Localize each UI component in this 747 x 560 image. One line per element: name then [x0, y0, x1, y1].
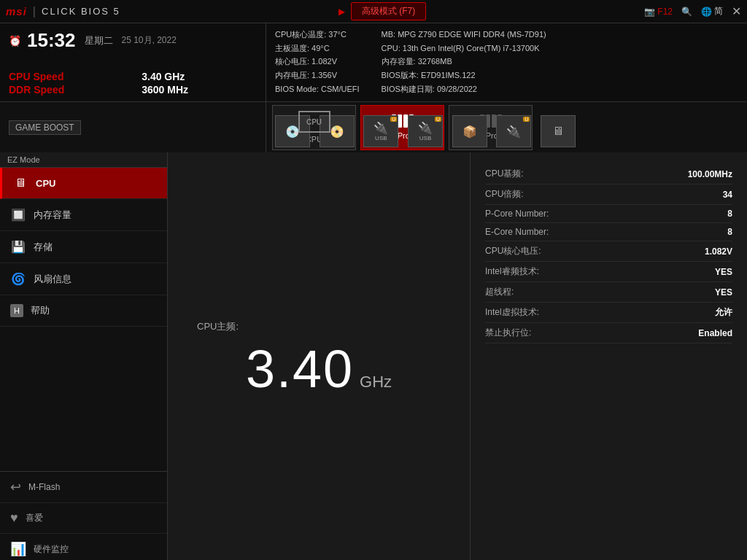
- bios-title: CLICK BIOS 5: [42, 6, 120, 17]
- help-sidebar-icon: H: [10, 304, 23, 317]
- gameboost-title-area: GAME BOOST: [0, 102, 266, 152]
- spec-key: CPU核心电压:: [485, 245, 541, 257]
- sysinfo-col1: CPU核心温度: 37°C 主板温度: 49°C 核心电压: 1.082V 内存…: [275, 28, 360, 96]
- usb-icon-2: 🔌: [418, 121, 433, 135]
- fan-sidebar-icon: 🌀: [10, 272, 26, 286]
- search-button[interactable]: 🔍: [681, 7, 692, 17]
- top-right-actions: 📷 F12 🔍 🌐 简 ✕: [644, 4, 741, 18]
- usb-icon-1: 🔌: [374, 121, 388, 135]
- header-right: CPU核心温度: 37°C 主板温度: 49°C 核心电压: 1.082V 内存…: [266, 23, 747, 101]
- header-gameboost: ⏰ 15:32 星期二 25 10月, 2022 CPU Speed 3.40 …: [0, 23, 747, 152]
- language-button[interactable]: 🌐 简: [701, 5, 723, 18]
- sidebar-storage-label: 存储: [34, 241, 53, 254]
- spec-key: CPU基频:: [485, 168, 524, 180]
- spec-value: 8: [727, 227, 732, 237]
- spec-key: CPU倍频:: [485, 188, 524, 201]
- spec-key: E-Core Number:: [485, 227, 549, 237]
- sidebar-item-memory[interactable]: 🔲 内存容量: [0, 199, 167, 231]
- board-temp: 主板温度: 49°C: [275, 42, 360, 55]
- date-display: 25 10月, 2022: [122, 34, 177, 47]
- spec-value: YES: [715, 287, 732, 298]
- bios-mode: BIOS Mode: CSM/UEFI: [275, 82, 360, 96]
- usb-badge-2: U: [435, 117, 441, 122]
- main-content: CPU主频: 3.40 GHz: [168, 152, 470, 560]
- ddr-speed-label: DDR Speed: [9, 84, 133, 96]
- memory-sidebar-icon: 🔲: [10, 208, 26, 222]
- advanced-mode-button[interactable]: 高级模式 (F7): [351, 2, 426, 20]
- boot-device-4[interactable]: 🔌 U USB: [408, 115, 443, 147]
- cpu-spec-row: Intel睿频技术:YES: [485, 262, 732, 282]
- advanced-mode-area: ▶ 高级模式 (F7): [338, 2, 426, 20]
- cpu-main-label: CPU主频:: [197, 321, 239, 332]
- cpu-speed-label: CPU主频:: [197, 319, 239, 333]
- spec-value: 34: [723, 190, 732, 200]
- cpu-temp: CPU核心温度: 37°C: [275, 28, 360, 42]
- usb-label-2: USB: [419, 135, 431, 141]
- favorites-btn[interactable]: ♥ 喜爱: [0, 503, 167, 534]
- hwmonitor-btn[interactable]: 📊 硬件监控: [0, 534, 167, 560]
- speed-grid: CPU Speed 3.40 GHz DDR Speed 3600 MHz: [9, 71, 257, 96]
- gameboost-label: GAME BOOST: [9, 120, 81, 135]
- top-bar: msi | CLICK BIOS 5 ▶ 高级模式 (F7) 📷 F12 🔍 🌐…: [0, 0, 747, 23]
- spec-value: Enabled: [698, 328, 732, 338]
- cd-icon: 📀: [330, 125, 344, 139]
- core-voltage: 核心电压: 1.082V: [275, 55, 360, 69]
- ez-mode-label: EZ Mode: [0, 152, 167, 168]
- bios-ver: BIOS版本: E7D91IMS.122: [382, 69, 546, 82]
- msi-logo: msi: [6, 5, 27, 18]
- usb-badge-1: U: [390, 117, 397, 122]
- sidebar-bottom: ↩ M-Flash ♥ 喜爱 📊 硬件监控: [0, 471, 167, 560]
- boot-device-5[interactable]: 📦: [452, 115, 487, 147]
- sysinfo-col2: MB: MPG Z790 EDGE WIFI DDR4 (MS-7D91) CP…: [382, 28, 546, 96]
- mflash-icon: ↩: [10, 479, 21, 495]
- sidebar-item-help[interactable]: H 帮助: [0, 295, 167, 327]
- boot-device-7[interactable]: 🖥: [541, 115, 576, 147]
- spec-key: 超线程:: [485, 286, 514, 298]
- mflash-label: M-Flash: [28, 482, 60, 492]
- sidebar-cpu-label: CPU: [36, 178, 55, 189]
- cpu-spec-row: CPU核心电压:1.082V: [485, 241, 732, 262]
- screenshot-button[interactable]: 📷 F12: [644, 7, 673, 17]
- cpu-speed-display: 3.40 GHz: [246, 339, 392, 399]
- sidebar-fan-label: 风扇信息: [34, 273, 71, 286]
- spec-value: 1.082V: [705, 246, 732, 257]
- cpu-box-label: CPU: [306, 118, 322, 126]
- sidebar-help-label: 帮助: [31, 304, 50, 317]
- cpu-spec-row: E-Core Number:8: [485, 223, 732, 241]
- spec-key: Intel睿频技术:: [485, 265, 539, 278]
- clock-icon: ⏰: [9, 35, 21, 47]
- close-button[interactable]: ✕: [732, 4, 741, 18]
- boot-device-3[interactable]: 🔌 U USB: [363, 115, 398, 147]
- spec-key: P-Core Number:: [485, 209, 549, 219]
- cpu-sidebar-icon: 🖥: [12, 176, 28, 190]
- boot-device-6[interactable]: 🔌 U: [496, 115, 531, 147]
- spec-value: YES: [715, 267, 732, 277]
- cpu-spec-row: 超线程:YES: [485, 282, 732, 303]
- cpu-spec-row: CPU基频:100.00MHz: [485, 164, 732, 184]
- cpu-info: CPU: 13th Gen Intel(R) Core(TM) i7-13700…: [382, 42, 546, 55]
- mflash-btn[interactable]: ↩ M-Flash: [0, 472, 167, 503]
- usb-label-1: USB: [375, 135, 387, 141]
- favorites-label: 喜爱: [26, 512, 43, 524]
- sysinfo-area: CPU核心温度: 37°C 主板温度: 49°C 核心电压: 1.082V 内存…: [275, 28, 738, 96]
- sidebar-item-storage[interactable]: 💾 存储: [0, 231, 167, 263]
- cpu-speed-unit: GHz: [360, 373, 392, 392]
- sidebar-item-cpu[interactable]: 🖥 CPU: [0, 168, 167, 199]
- favorites-icon: ♥: [10, 510, 18, 526]
- cpu-speed-value: 3.40 GHz: [142, 71, 257, 82]
- cpu-main-display: CPU主频: 3.40 GHz: [168, 152, 470, 560]
- cpu-spec-row: P-Core Number:8: [485, 205, 732, 223]
- header-top: ⏰ 15:32 星期二 25 10月, 2022 CPU Speed 3.40 …: [0, 23, 747, 101]
- hwmonitor-label: 硬件监控: [34, 543, 69, 556]
- search-icon: 🔍: [681, 7, 692, 17]
- mb-info: MB: MPG Z790 EDGE WIFI DDR4 (MS-7D91): [382, 28, 546, 42]
- storage-sidebar-icon: 💾: [10, 240, 26, 254]
- cpu-spec-row: 禁止执行位:Enabled: [485, 323, 732, 343]
- usb-badge-3: U: [523, 117, 530, 122]
- mem-voltage: 内存电压: 1.356V: [275, 69, 360, 82]
- sidebar-item-fan[interactable]: 🌀 风扇信息: [0, 263, 167, 295]
- time-row: ⏰ 15:32 星期二 25 10月, 2022: [9, 29, 257, 52]
- right-info-panel: CPU基频:100.00MHzCPU倍频:34P-Core Number:8E-…: [470, 152, 747, 560]
- time-area: ⏰ 15:32 星期二 25 10月, 2022: [9, 29, 257, 52]
- camera-icon: 📷: [644, 7, 655, 17]
